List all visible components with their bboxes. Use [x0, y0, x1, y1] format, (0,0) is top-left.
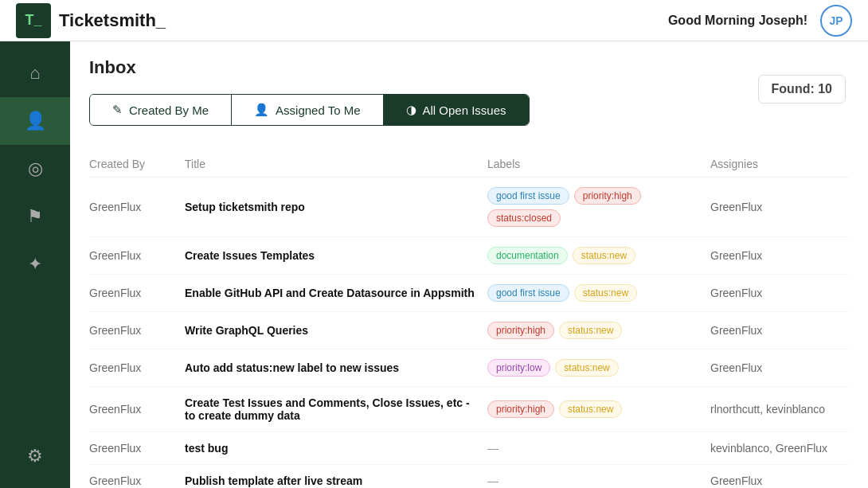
label-badge: status:new: [574, 284, 637, 302]
label-badge: status:new: [559, 322, 622, 339]
all-open-issues-icon: ◑: [406, 103, 416, 117]
header-right: Good Morning Joseph! JP: [668, 5, 852, 37]
table-row[interactable]: GreenFluxSetup ticketsmith repogood firs…: [89, 178, 849, 237]
main-layout: ⌂ 👤 ◎ ⚑ ✦ ⚙ Inbox ✎ Created By Me: [0, 41, 868, 488]
table-body: GreenFluxSetup ticketsmith repogood firs…: [89, 178, 849, 489]
label-empty: —: [487, 442, 499, 455]
content-area: Inbox ✎ Created By Me 👤 Assigned To Me ◑…: [70, 41, 868, 488]
issues-table: Created By Title Labels Assignies GreenF…: [89, 151, 849, 488]
star-icon: ✦: [28, 254, 42, 275]
table-row[interactable]: GreenFluxPublish template after live str…: [89, 465, 849, 489]
tab-assigned-to-me[interactable]: 👤 Assigned To Me: [232, 95, 383, 125]
table-row[interactable]: GreenFluxWrite GraphQL Queriespriority:h…: [89, 312, 849, 349]
label-badge: status:closed: [487, 209, 561, 227]
cell-created-by: GreenFlux: [89, 465, 185, 489]
created-by-me-icon: ✎: [112, 103, 123, 117]
cell-assignies: GreenFlux: [710, 275, 849, 312]
cell-assignies: GreenFlux: [710, 465, 849, 489]
col-header-assignies: Assignies: [710, 151, 849, 178]
cell-title: Create Test Issues and Comments, Close I…: [185, 387, 487, 432]
tab-all-open-issues[interactable]: ◑ All Open Issues: [384, 95, 529, 125]
tabs-row: ✎ Created By Me 👤 Assigned To Me ◑ All O…: [89, 94, 849, 139]
col-header-created-by: Created By: [89, 151, 185, 178]
app-title: Ticketsmith_: [59, 10, 166, 31]
found-count: Found: 10: [758, 75, 846, 103]
label-badge: good first issue: [487, 284, 569, 302]
cell-assignies: GreenFlux: [710, 349, 849, 387]
table-row[interactable]: GreenFluxEnable GitHub API and Create Da…: [89, 275, 849, 312]
avatar[interactable]: JP: [820, 5, 852, 37]
cell-created-by: GreenFlux: [89, 349, 185, 387]
label-empty: —: [487, 474, 499, 487]
tab-created-by-me-label: Created By Me: [129, 103, 209, 117]
cell-created-by: GreenFlux: [89, 432, 185, 465]
label-badge: priority:high: [487, 322, 554, 339]
sidebar-item-star[interactable]: ✦: [0, 240, 70, 288]
tab-created-by-me[interactable]: ✎ Created By Me: [90, 95, 232, 125]
cell-title: Write GraphQL Queries: [185, 312, 487, 349]
cell-labels: priority:highstatus:new: [487, 387, 710, 432]
settings-icon: ⚙: [27, 446, 43, 467]
cell-assignies: rlnorthcutt, kevinblanco: [710, 387, 849, 432]
label-badge: priority:low: [487, 359, 550, 377]
label-badge: status:new: [559, 400, 622, 418]
cell-title: Publish template after live stream: [185, 465, 487, 489]
cell-labels: good first issuestatus:new: [487, 275, 710, 312]
tabs-container: ✎ Created By Me 👤 Assigned To Me ◑ All O…: [89, 94, 530, 126]
cell-title: Auto add status:new label to new issues: [185, 349, 487, 387]
table-row[interactable]: GreenFluxCreate Test Issues and Comments…: [89, 387, 849, 432]
logo-area: T_ Ticketsmith_: [16, 3, 668, 38]
label-badge: good first issue: [487, 187, 569, 205]
label-badge: status:new: [555, 359, 618, 377]
table-row[interactable]: GreenFluxCreate Issues Templatesdocument…: [89, 237, 849, 275]
assigned-to-me-icon: 👤: [254, 103, 269, 117]
tab-all-open-issues-label: All Open Issues: [423, 103, 506, 117]
table-row[interactable]: GreenFluxtest bug—kevinblanco, GreenFlux: [89, 432, 849, 465]
content-header-row: Inbox: [89, 57, 849, 91]
label-badge: priority:high: [487, 400, 554, 418]
cell-labels: —: [487, 465, 710, 489]
cell-created-by: GreenFlux: [89, 275, 185, 312]
label-badge: documentation: [487, 247, 568, 264]
greeting-text: Good Morning Joseph!: [668, 14, 807, 28]
cell-title: Enable GitHub API and Create Datasource …: [185, 275, 487, 312]
inbox-icon: 👤: [25, 111, 46, 131]
flag-icon: ⚑: [27, 206, 43, 227]
cell-title: Setup ticketsmith repo: [185, 178, 487, 237]
user-icon: ◎: [28, 158, 43, 179]
cell-labels: documentationstatus:new: [487, 237, 710, 275]
cell-assignies: GreenFlux: [710, 312, 849, 349]
label-badge: status:new: [573, 247, 635, 264]
cell-title: Create Issues Templates: [185, 237, 487, 275]
sidebar-item-flag[interactable]: ⚑: [0, 193, 70, 240]
tab-assigned-to-me-label: Assigned To Me: [276, 103, 360, 117]
table-header: Created By Title Labels Assignies: [89, 151, 849, 178]
cell-assignies: GreenFlux: [710, 178, 849, 237]
sidebar-item-settings[interactable]: ⚙: [0, 432, 70, 480]
col-header-title: Title: [185, 151, 487, 178]
cell-created-by: GreenFlux: [89, 312, 185, 349]
sidebar: ⌂ 👤 ◎ ⚑ ✦ ⚙: [0, 41, 70, 488]
sidebar-item-inbox[interactable]: 👤: [0, 97, 70, 145]
cell-created-by: GreenFlux: [89, 178, 185, 237]
cell-created-by: GreenFlux: [89, 387, 185, 432]
cell-labels: priority:highstatus:new: [487, 312, 710, 349]
cell-labels: —: [487, 432, 710, 465]
cell-labels: priority:lowstatus:new: [487, 349, 710, 387]
logo-box: T_: [16, 3, 51, 38]
cell-assignies: GreenFlux: [710, 237, 849, 275]
top-header: T_ Ticketsmith_ Good Morning Joseph! JP: [0, 0, 868, 41]
cell-title: test bug: [185, 432, 487, 465]
label-badge: priority:high: [574, 187, 641, 205]
cell-created-by: GreenFlux: [89, 237, 185, 275]
page-title: Inbox: [89, 57, 136, 78]
sidebar-item-user[interactable]: ◎: [0, 145, 70, 193]
col-header-labels: Labels: [487, 151, 710, 178]
home-icon: ⌂: [29, 63, 40, 84]
cell-assignies: kevinblanco, GreenFlux: [710, 432, 849, 465]
table-row[interactable]: GreenFluxAuto add status:new label to ne…: [89, 349, 849, 387]
sidebar-item-home[interactable]: ⌂: [0, 49, 70, 97]
cell-labels: good first issuepriority:highstatus:clos…: [487, 178, 710, 237]
